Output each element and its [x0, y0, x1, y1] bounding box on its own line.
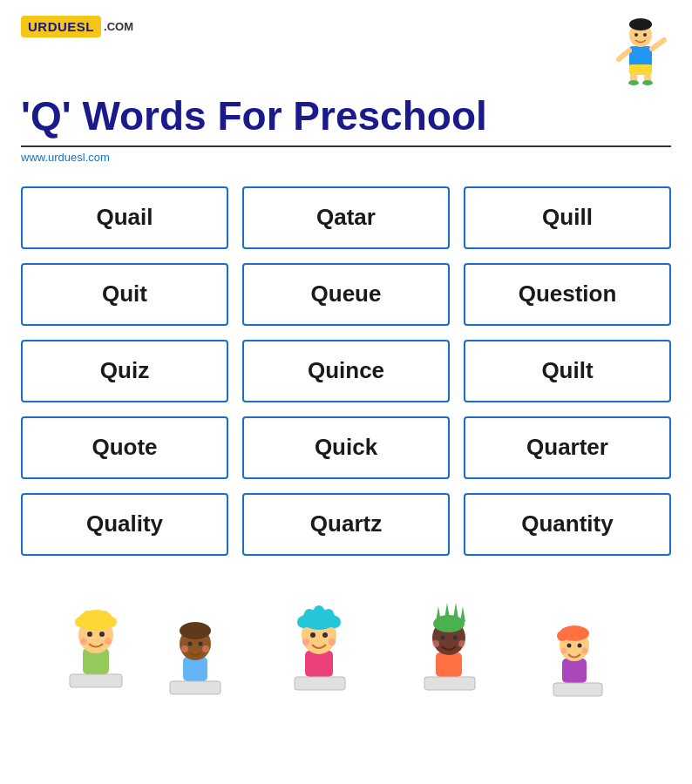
svg-point-8: [628, 80, 639, 85]
word-card: Question: [464, 263, 671, 326]
word-text: Quarter: [526, 434, 608, 461]
svg-point-41: [310, 632, 315, 638]
logo-box: URDUESL: [21, 16, 101, 37]
word-card: Quartz: [242, 493, 450, 556]
svg-rect-58: [562, 659, 587, 683]
svg-point-2: [629, 18, 652, 30]
svg-marker-50: [444, 603, 450, 618]
word-text: Quote: [92, 434, 157, 461]
word-card: Quince: [242, 340, 450, 402]
svg-point-9: [642, 80, 653, 85]
word-card: Quality: [21, 493, 228, 556]
logo-brand: URDUESL: [28, 19, 94, 34]
svg-rect-25: [183, 657, 207, 681]
word-text: Qatar: [316, 204, 376, 231]
title-section: 'Q' Words For Preschool www.urduesl.com: [0, 85, 692, 164]
word-card: Quantity: [464, 493, 671, 556]
svg-point-61: [557, 631, 567, 641]
svg-point-28: [188, 641, 193, 645]
word-text: Quill: [542, 204, 593, 231]
svg-rect-46: [436, 652, 462, 677]
svg-point-19: [100, 611, 109, 619]
svg-point-42: [322, 632, 328, 638]
logo-area: URDUESL .COM: [21, 16, 133, 37]
svg-line-11: [619, 51, 629, 59]
divider: [21, 145, 671, 147]
word-card: Quote: [21, 416, 228, 479]
mascot-icon: [610, 16, 671, 85]
word-text: Quantity: [521, 510, 613, 537]
word-card: Quick: [242, 416, 450, 479]
svg-rect-0: [629, 46, 652, 67]
svg-point-63: [578, 643, 582, 647]
svg-marker-49: [436, 606, 441, 622]
word-text: Queue: [311, 280, 382, 308]
svg-point-55: [432, 640, 439, 647]
word-text: Quick: [315, 434, 377, 461]
svg-rect-66: [553, 683, 602, 696]
svg-point-17: [106, 617, 117, 627]
svg-point-29: [199, 641, 203, 645]
svg-point-3: [634, 33, 638, 37]
word-card: Quail: [21, 186, 228, 249]
svg-point-31: [202, 645, 209, 652]
svg-point-40: [314, 605, 324, 616]
svg-point-16: [75, 617, 85, 627]
word-card: Quarter: [464, 416, 671, 479]
svg-point-44: [329, 639, 336, 645]
svg-point-23: [105, 638, 112, 645]
svg-point-43: [302, 639, 309, 645]
svg-point-18: [83, 611, 92, 619]
svg-rect-33: [305, 651, 333, 677]
word-card: Quill: [464, 186, 671, 249]
word-text: Quartz: [310, 510, 382, 537]
svg-point-20: [87, 632, 92, 637]
svg-point-62: [567, 643, 572, 647]
svg-point-53: [441, 635, 445, 639]
page: URDUESL .COM: [0, 0, 692, 784]
word-text: Quality: [86, 510, 163, 537]
svg-point-22: [80, 638, 87, 645]
bottom-illustration: [0, 578, 692, 700]
word-text: Question: [519, 280, 617, 308]
svg-point-30: [181, 645, 188, 652]
word-card: Quilt: [464, 340, 671, 402]
svg-point-21: [99, 632, 105, 637]
svg-rect-32: [170, 681, 220, 694]
word-text: Quilt: [541, 357, 593, 384]
word-card: Quit: [21, 263, 228, 326]
svg-point-27: [180, 622, 211, 639]
word-text: Quit: [102, 280, 147, 308]
svg-point-56: [458, 640, 465, 647]
svg-rect-5: [629, 64, 652, 75]
word-text: Quince: [308, 357, 384, 384]
header: URDUESL .COM: [0, 0, 692, 85]
svg-point-38: [304, 609, 315, 619]
logo-suffix: .COM: [104, 20, 133, 33]
svg-point-64: [561, 647, 567, 653]
svg-point-54: [453, 635, 458, 639]
website-url: www.urduesl.com: [21, 151, 671, 164]
words-grid: QuailQatarQuillQuitQueueQuestionQuizQuin…: [0, 172, 692, 570]
kids-illustration: [0, 578, 692, 700]
svg-rect-24: [70, 674, 122, 687]
svg-rect-57: [424, 677, 475, 690]
svg-point-4: [643, 33, 647, 37]
word-card: Quiz: [21, 340, 228, 402]
word-card: Qatar: [242, 186, 450, 249]
svg-rect-45: [295, 677, 345, 690]
svg-point-65: [582, 647, 588, 653]
word-card: Queue: [242, 263, 450, 326]
svg-marker-51: [453, 603, 458, 618]
word-text: Quiz: [100, 357, 149, 384]
svg-point-39: [323, 609, 334, 619]
main-title: 'Q' Words For Preschool: [21, 94, 671, 139]
svg-marker-52: [460, 606, 465, 622]
svg-line-10: [652, 40, 664, 49]
word-text: Quail: [96, 204, 153, 231]
